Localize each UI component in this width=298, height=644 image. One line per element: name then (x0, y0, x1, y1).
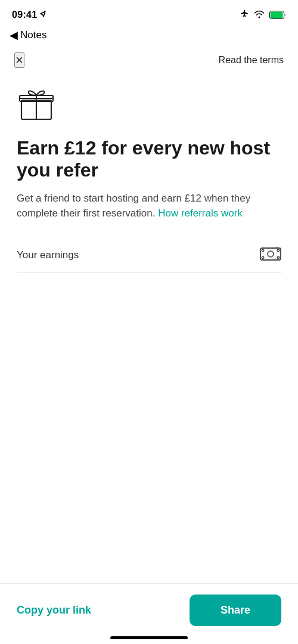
referrals-link[interactable]: How referrals work (158, 208, 243, 219)
status-time: 09:41 (12, 10, 37, 20)
wifi-icon (254, 10, 265, 20)
airplane-icon (240, 10, 249, 21)
svg-rect-1 (271, 12, 283, 18)
location-icon (39, 10, 46, 20)
bottom-bar: Copy your link Share (0, 583, 298, 644)
earnings-row: Your earnings (17, 238, 281, 273)
status-left: 09:41 (12, 10, 46, 20)
back-arrow-icon: ◀ (10, 29, 18, 42)
close-button[interactable]: × (14, 52, 24, 68)
main-content: Earn £12 for every new host you refer Ge… (0, 74, 298, 273)
top-bar: × Read the terms (0, 47, 298, 74)
status-bar: 09:41 (0, 0, 298, 26)
home-indicator (110, 636, 188, 639)
share-button[interactable]: Share (190, 595, 281, 626)
svg-point-7 (268, 251, 274, 257)
back-label: Notes (20, 29, 46, 41)
gift-icon (17, 83, 281, 125)
earnings-label: Your earnings (17, 249, 79, 261)
read-terms-button[interactable]: Read the terms (219, 55, 284, 66)
status-right (240, 10, 286, 21)
back-nav[interactable]: ◀ Notes (0, 26, 298, 47)
svg-point-9 (277, 249, 280, 252)
headline: Earn £12 for every new host you refer (17, 137, 281, 181)
copy-link-button[interactable]: Copy your link (17, 604, 91, 617)
description: Get a friend to start hosting and earn £… (17, 191, 281, 221)
svg-point-10 (262, 256, 264, 259)
battery-icon (269, 11, 286, 19)
svg-point-11 (277, 256, 280, 259)
svg-point-8 (262, 249, 264, 252)
earnings-icon (260, 246, 281, 264)
